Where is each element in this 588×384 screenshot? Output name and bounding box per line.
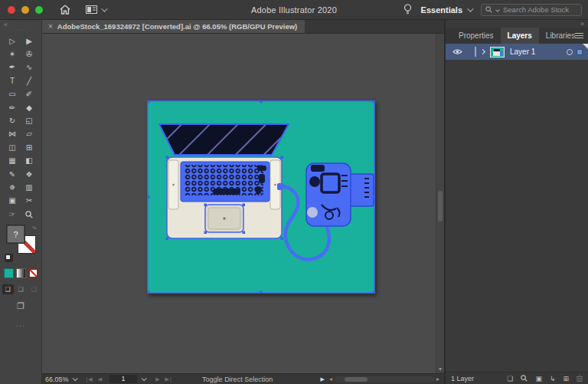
lightbulb-discover-icon[interactable] xyxy=(403,4,412,15)
scroll-left-arrow-icon[interactable]: ◂ xyxy=(328,376,334,382)
canvas[interactable]: ▾ xyxy=(42,34,444,373)
draw-normal-button[interactable]: ❏ xyxy=(2,284,14,294)
zoom-window-button[interactable] xyxy=(35,6,43,14)
minimize-window-button[interactable] xyxy=(21,6,29,14)
rectangle-tool[interactable]: ▭ xyxy=(4,88,21,101)
next-artboard-button[interactable]: ▶ xyxy=(155,376,160,382)
blend-tool[interactable]: ❖ xyxy=(21,168,38,181)
vertical-scrollbar-thumb[interactable] xyxy=(438,191,443,222)
arrange-documents-button[interactable] xyxy=(86,5,106,14)
prev-artboard-button[interactable]: ◀ xyxy=(98,376,103,382)
rotate-tool[interactable]: ↻ xyxy=(4,114,21,127)
artboard-number-field[interactable]: 1 xyxy=(109,375,137,383)
tools-drag-grip[interactable]: ····· xyxy=(0,28,41,32)
layers-footer-icons: ❏ ▣ ↳ ⊞ xyxy=(507,375,583,382)
title-bar: Adobe Illustrator 2020 Essentials Search… xyxy=(0,0,588,20)
width-tool[interactable]: ⋈ xyxy=(4,128,21,141)
workspace-switcher[interactable]: Essentials xyxy=(421,5,472,15)
perspective-grid-tool[interactable]: ⊞ xyxy=(21,141,38,154)
artwork-laptop-camera[interactable] xyxy=(147,100,375,294)
slice-tool[interactable]: ✂ xyxy=(21,195,38,208)
search-adobe-stock-field[interactable]: Search Adobe Stock xyxy=(481,4,582,16)
zoom-level[interactable]: 66.05% xyxy=(45,376,69,383)
eyedropper-tool[interactable]: ✎ xyxy=(4,168,21,181)
gradient-tool[interactable]: ◧ xyxy=(21,155,38,168)
layer-count: 1 Layer xyxy=(451,375,474,382)
zoom-dropdown-icon[interactable] xyxy=(72,376,77,381)
horizontal-scrollbar[interactable]: ◂ ▸ xyxy=(328,376,441,382)
artboard-dropdown-icon[interactable] xyxy=(142,376,147,381)
vertical-scrollbar[interactable]: ▾ xyxy=(436,34,444,373)
selection-indicator[interactable] xyxy=(577,49,583,55)
document-tab[interactable]: × AdobeStock_169324972 [Converted].ai @ … xyxy=(42,20,305,33)
close-window-button[interactable] xyxy=(8,6,15,14)
layers-empty-area[interactable] xyxy=(446,60,588,372)
direct-selection-tool[interactable]: ▶ xyxy=(21,34,38,48)
curvature-tool[interactable]: ∿ xyxy=(21,61,38,74)
lasso-tool[interactable]: ✇ xyxy=(21,48,38,61)
expand-layer-chevron-icon[interactable] xyxy=(480,49,485,54)
type-tool[interactable]: T xyxy=(4,74,21,87)
screen-mode-button[interactable]: ❐ xyxy=(0,301,41,311)
swap-fill-stroke-icon[interactable]: ↷ xyxy=(31,225,37,232)
scale-tool[interactable]: ◱ xyxy=(21,114,38,127)
locate-object-icon[interactable] xyxy=(521,375,528,382)
pen-tool[interactable]: ✒ xyxy=(4,61,21,74)
target-circle-icon[interactable] xyxy=(567,49,573,55)
artboard-tool[interactable]: ▣ xyxy=(4,195,21,208)
line-segment-tool[interactable]: ╱ xyxy=(21,74,38,87)
scroll-right-arrow-icon[interactable]: ▸ xyxy=(435,376,441,382)
column-graph-tool[interactable]: ▥ xyxy=(21,181,38,194)
draw-behind-button[interactable]: ❏ xyxy=(15,284,27,294)
none-button[interactable] xyxy=(28,268,38,278)
scroll-down-arrow-icon[interactable]: ▾ xyxy=(436,366,444,373)
color-button[interactable] xyxy=(4,268,14,278)
tab-properties[interactable]: Properties xyxy=(452,28,501,44)
horizontal-scrollbar-track[interactable] xyxy=(334,376,435,382)
fill-swatch-unknown[interactable]: ? xyxy=(7,225,24,243)
status-menu-icon[interactable]: ▶ xyxy=(321,376,325,382)
home-icon[interactable] xyxy=(60,5,70,15)
close-tab-icon[interactable]: × xyxy=(48,22,53,31)
horizontal-scrollbar-thumb[interactable] xyxy=(345,377,368,382)
new-layer-icon[interactable]: ⊞ xyxy=(563,375,569,382)
expand-panels-icon[interactable]: » xyxy=(446,20,588,28)
tools-panel: « ····· ▷▶✶✇✒∿T╱▭✐✏◆↻◱⋈▱◫⊞▦◧✎❖✵▥▣✂☞ ↷ ? … xyxy=(0,20,42,384)
layers-panel-footer: 1 Layer ❏ ▣ ↳ ⊞ xyxy=(446,372,588,384)
paintbrush-tool[interactable]: ✐ xyxy=(21,88,38,101)
draw-inside-button[interactable]: ❏ xyxy=(28,284,40,294)
first-artboard-button[interactable]: |◀ xyxy=(87,376,93,382)
selection-tool[interactable]: ▷ xyxy=(4,34,21,48)
collect-for-export-icon[interactable]: ❏ xyxy=(507,375,513,382)
layer-name[interactable]: Layer 1 xyxy=(510,48,535,56)
new-sublayer-icon[interactable]: ↳ xyxy=(550,375,556,382)
magic-wand-tool[interactable]: ✶ xyxy=(4,48,21,61)
default-fill-stroke-icon[interactable] xyxy=(5,254,13,262)
panel-menu-icon[interactable] xyxy=(575,33,583,40)
mesh-tool[interactable]: ▦ xyxy=(4,155,21,168)
chevron-down-icon xyxy=(101,5,107,11)
free-transform-tool[interactable]: ▱ xyxy=(21,128,38,141)
delete-layer-icon[interactable] xyxy=(577,375,583,382)
artboard[interactable] xyxy=(147,100,375,294)
tool-grid: ▷▶✶✇✒∿T╱▭✐✏◆↻◱⋈▱◫⊞▦◧✎❖✵▥▣✂☞ xyxy=(0,34,41,221)
search-placeholder: Search Adobe Stock xyxy=(503,5,569,14)
hand-tool[interactable]: ☞ xyxy=(4,208,21,221)
layers-list: Layer 1 xyxy=(446,44,588,60)
artwork-laptop-screen[interactable] xyxy=(159,124,289,155)
edit-toolbar-ellipsis[interactable]: ··· xyxy=(0,322,41,330)
layer-thumbnail[interactable] xyxy=(490,47,505,57)
visibility-eye-icon[interactable] xyxy=(452,48,462,55)
tab-layers[interactable]: Layers xyxy=(501,28,539,44)
pencil-tool[interactable]: ✏ xyxy=(4,101,21,114)
layer-row[interactable]: Layer 1 xyxy=(446,44,588,60)
make-clip-mask-icon[interactable]: ▣ xyxy=(535,375,542,382)
eraser-tool[interactable]: ◆ xyxy=(21,101,38,114)
lock-column-divider[interactable] xyxy=(475,47,476,57)
gradient-button[interactable] xyxy=(16,268,26,278)
document-tab-label: AdobeStock_169324972 [Converted].ai @ 66… xyxy=(57,22,297,31)
last-artboard-button[interactable]: ▶| xyxy=(165,376,172,382)
shape-builder-tool[interactable]: ◫ xyxy=(4,141,21,154)
symbol-sprayer-tool[interactable]: ✵ xyxy=(4,181,21,194)
zoom-tool[interactable] xyxy=(21,208,38,221)
